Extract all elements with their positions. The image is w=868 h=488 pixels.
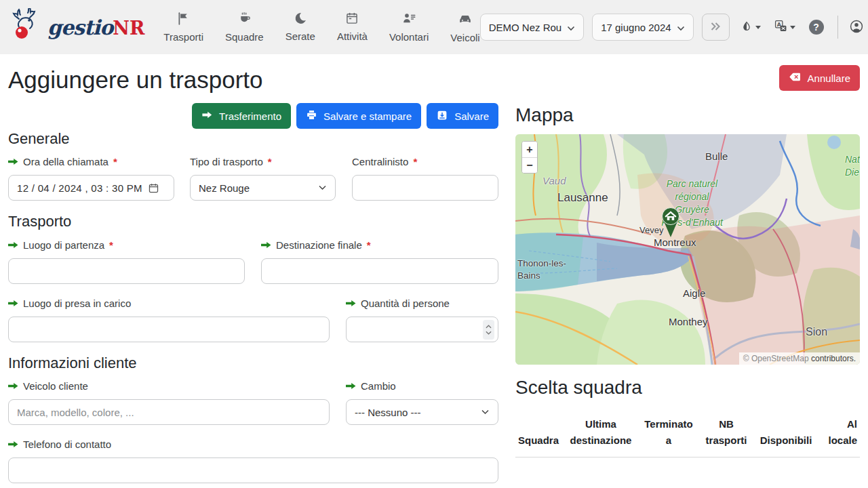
calendar-picker-icon[interactable] — [148, 182, 159, 194]
col-squadra: Squadra — [515, 416, 563, 458]
droplet-icon — [741, 20, 753, 35]
chevron-down-icon — [486, 331, 492, 335]
collapse-panel-button[interactable] — [702, 14, 730, 41]
pickup-input[interactable] — [8, 317, 330, 342]
language-dropdown[interactable]: A — [772, 17, 798, 37]
col-ultima-destinazione: Ultima destinazione — [563, 416, 639, 458]
map-attribution: © OpenStreetMap contributors. — [739, 352, 860, 365]
app-logo[interactable]: gestioNR — [9, 8, 144, 46]
navbar-right: DEMO Nez Rou 17 giugno 2024 A ? — [480, 14, 868, 41]
page-title: Aggiungere un trasporto — [8, 66, 263, 94]
question-mark-icon: ? — [809, 20, 824, 35]
nav-item-attivita[interactable]: Attività — [337, 12, 368, 42]
section-client-info: Informazioni cliente — [8, 354, 137, 372]
call-time-input[interactable]: 12 / 04 / 2024 , 03 : 30 PM — [8, 175, 174, 201]
chevron-down-icon — [481, 409, 490, 415]
green-arrow-icon — [8, 441, 18, 448]
moon-icon — [294, 12, 307, 27]
client-vehicle-input[interactable] — [8, 399, 330, 425]
help-button[interactable]: ? — [806, 17, 827, 37]
operator-field: Centralinisto* — [352, 156, 498, 201]
chevron-down-icon — [677, 22, 685, 33]
col-disponibili: Disponibili — [754, 416, 818, 458]
person-list-icon — [402, 12, 416, 28]
caret-down-icon — [755, 26, 761, 29]
printer-icon — [306, 109, 317, 123]
transport-type-select[interactable]: Nez Rouge — [190, 175, 336, 201]
chevron-down-icon — [318, 185, 327, 190]
map-zoom-controls: + − — [521, 141, 538, 174]
caret-down-icon — [790, 26, 795, 29]
top-navbar: gestioNR Trasporti Squadre Serate Attivi… — [0, 0, 868, 54]
coffee-cup-icon — [237, 12, 252, 28]
operator-input[interactable] — [352, 175, 498, 201]
green-arrow-icon — [346, 300, 356, 307]
cancel-button[interactable]: Annullare — [779, 65, 860, 91]
number-stepper[interactable] — [483, 320, 494, 340]
departure-field: Luogo di partenza* — [8, 239, 245, 284]
section-transport: Trasporto — [8, 213, 71, 230]
section-general: Generale — [8, 130, 70, 148]
team-heading: Scelta squadra — [515, 377, 642, 399]
backspace-icon — [789, 70, 802, 85]
date-dropdown[interactable]: 17 giugno 2024 — [592, 14, 693, 41]
nav-item-serate[interactable]: Serate — [285, 12, 315, 42]
theme-dropdown[interactable] — [738, 18, 764, 37]
col-terminato-a: Terminato a — [639, 416, 698, 458]
calendar-icon — [345, 12, 359, 27]
destination-field: Destinazione finale* — [261, 239, 498, 284]
nav-item-squadre[interactable]: Squadre — [225, 12, 264, 43]
people-count-input[interactable] — [346, 317, 498, 342]
map-marker-home[interactable] — [658, 206, 683, 241]
contact-phone-field: Telefono di contatto — [8, 439, 498, 483]
gearbox-field: Cambio --- Nessuno --- — [346, 380, 498, 425]
team-table: Squadra Ultima destinazione Terminato a … — [515, 416, 860, 458]
flag-icon — [176, 12, 191, 28]
reindeer-logo-icon — [9, 8, 45, 46]
navbar-divider — [837, 16, 838, 39]
double-chevron-right-icon — [710, 22, 721, 33]
save-print-button[interactable]: Salvare e stampare — [296, 103, 421, 129]
map-canvas[interactable]: Bulle Vaud Lausanne Parc naturel régiona… — [515, 134, 860, 365]
green-arrow-icon — [8, 241, 18, 249]
car-icon — [458, 12, 473, 28]
chevron-up-icon — [486, 325, 492, 329]
nav-item-volontari[interactable]: Volontari — [389, 12, 429, 43]
transfer-button[interactable]: Trasferimento — [192, 103, 291, 129]
map-tiles — [515, 134, 860, 365]
nav-item-veicoli[interactable]: Veicoli — [450, 12, 479, 43]
zoom-in-button[interactable]: + — [522, 142, 537, 157]
green-arrow-icon — [261, 241, 271, 249]
form-actions: Trasferimento Salvare e stampare Salvare — [8, 103, 498, 129]
col-al-locale: Al locale — [818, 416, 860, 458]
brand-name: gestioNR — [47, 16, 144, 39]
save-button[interactable]: Salvare — [427, 103, 498, 129]
destination-input[interactable] — [261, 258, 498, 284]
pickup-field: Luogo di presa in carico — [8, 298, 330, 342]
col-nb-trasporti: NB trasporti — [698, 416, 754, 458]
transport-type-field: Tipo di trasporto* Nez Rouge — [190, 156, 336, 201]
people-count-field: Quantità di persone — [346, 298, 498, 342]
green-arrow-icon — [8, 382, 18, 390]
gearbox-select[interactable]: --- Nessuno --- — [346, 399, 498, 425]
client-vehicle-field: Veicolo cliente — [8, 380, 330, 425]
departure-input[interactable] — [8, 258, 245, 284]
osm-link[interactable]: © OpenStreetMap — [743, 354, 809, 363]
green-arrow-icon — [8, 300, 18, 307]
green-arrow-icon — [8, 158, 18, 165]
team-table-header-row: Squadra Ultima destinazione Terminato a … — [515, 416, 860, 458]
user-avatar-icon — [849, 19, 864, 36]
user-menu[interactable]: demo — [849, 19, 868, 36]
zoom-out-button[interactable]: − — [522, 157, 537, 173]
nav-item-trasporti[interactable]: Trasporti — [163, 12, 203, 43]
save-download-icon — [436, 109, 448, 123]
main-nav: Trasporti Squadre Serate Attività Volont… — [163, 12, 479, 43]
map-heading: Mappa — [515, 104, 574, 126]
arrow-right-icon — [201, 109, 213, 123]
green-arrow-icon — [346, 382, 356, 390]
contact-phone-input[interactable] — [8, 458, 498, 483]
chevron-down-icon — [567, 22, 575, 33]
call-time-field: Ora della chiamata* 12 / 04 / 2024 , 03 … — [8, 156, 174, 201]
translate-icon: A — [774, 20, 787, 35]
organization-dropdown[interactable]: DEMO Nez Rou — [480, 14, 585, 41]
